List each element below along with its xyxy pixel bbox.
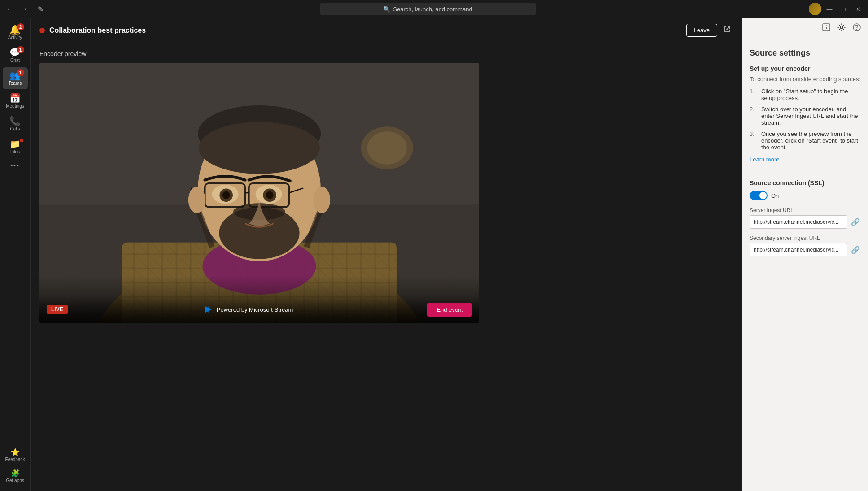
step-num-2: 2. xyxy=(750,106,758,126)
sidebar-item-feedback[interactable]: ⭐ Feedback xyxy=(3,445,28,465)
info-icon xyxy=(822,23,830,31)
ssl-toggle[interactable] xyxy=(750,191,768,200)
server-ingest-url-section: Server ingest URL 🔗 xyxy=(750,207,861,229)
panel-tab-info-button[interactable] xyxy=(820,22,832,35)
setup-title: Set up your encoder xyxy=(750,65,861,72)
server-ingest-url-copy-button[interactable]: 🔗 xyxy=(850,217,861,227)
getapps-icon: 🧩 xyxy=(11,470,20,477)
nav-back-button[interactable]: ← xyxy=(4,3,16,15)
server-ingest-url-label: Server ingest URL xyxy=(750,207,861,213)
leave-button[interactable]: Leave xyxy=(686,24,717,37)
app-body: 🔔 Activity 2 💬 Chat 1 👥 Teams 1 📅 Meetin… xyxy=(0,18,868,491)
step-num-3: 3. xyxy=(750,130,758,151)
panel-content: Source settings Set up your encoder To c… xyxy=(742,39,868,272)
close-button[interactable]: ✕ xyxy=(852,3,864,15)
encoder-preview-label: Encoder preview xyxy=(39,50,733,57)
sidebar-item-meetings[interactable]: 📅 Meetings xyxy=(3,90,28,112)
meetings-icon: 📅 xyxy=(9,94,21,103)
question-icon xyxy=(853,23,861,31)
video-section: Encoder preview xyxy=(31,43,742,491)
server-ingest-url-input[interactable] xyxy=(750,215,847,229)
avatar xyxy=(809,3,821,15)
svg-point-3 xyxy=(367,131,407,165)
secondary-server-url-input[interactable] xyxy=(750,243,847,256)
popout-button[interactable] xyxy=(721,23,733,38)
panel-tab-question-button[interactable] xyxy=(851,22,863,35)
sidebar-item-label-teams: Teams xyxy=(9,81,22,86)
svg-point-30 xyxy=(313,187,330,213)
meeting-header-actions: Leave xyxy=(686,23,733,38)
minimize-button[interactable]: — xyxy=(823,3,836,15)
secondary-server-url-row: 🔗 xyxy=(750,243,861,256)
panel-tab-row xyxy=(742,18,868,39)
svg-point-28 xyxy=(266,191,274,199)
secondary-server-url-copy-button[interactable]: 🔗 xyxy=(850,245,861,255)
title-bar-right: — □ ✕ xyxy=(809,3,864,15)
setup-step-3: 3. Once you see the preview from the enc… xyxy=(750,130,861,151)
files-dot xyxy=(20,139,23,142)
sidebar-item-more[interactable]: ••• xyxy=(3,159,28,172)
stream-logo-icon xyxy=(202,304,213,315)
end-event-button[interactable]: End event xyxy=(427,303,472,317)
step-text-3: Once you see the preview from the encode… xyxy=(761,130,861,151)
nav-buttons: ← → xyxy=(4,3,31,15)
sidebar-item-chat[interactable]: 💬 Chat 1 xyxy=(3,44,28,66)
sidebar-item-label-chat: Chat xyxy=(10,58,20,63)
sidebar-item-calls[interactable]: 📞 Calls xyxy=(3,113,28,135)
setup-steps: 1. Click on "Start setup" to begin the s… xyxy=(750,88,861,151)
sidebar-item-label-calls: Calls xyxy=(10,126,20,131)
sidebar-item-getapps[interactable]: 🧩 Get apps xyxy=(3,466,28,487)
sidebar-item-label-files: Files xyxy=(10,149,20,154)
meeting-title: Collaboration best practices xyxy=(49,26,146,35)
sidebar-item-label-getapps: Get apps xyxy=(6,478,24,483)
video-frame xyxy=(39,63,479,323)
svg-point-39 xyxy=(856,29,857,30)
sidebar: 🔔 Activity 2 💬 Chat 1 👥 Teams 1 📅 Meetin… xyxy=(0,18,31,491)
calls-icon: 📞 xyxy=(9,117,21,126)
stream-branding: Powered by Microsoft Stream xyxy=(202,304,293,315)
feedback-icon: ⭐ xyxy=(11,449,20,456)
right-panel: Source settings Set up your encoder To c… xyxy=(742,18,868,491)
search-placeholder: Search, launch, and command xyxy=(393,6,472,13)
server-ingest-url-row: 🔗 xyxy=(750,215,861,229)
toggle-thumb xyxy=(759,192,767,199)
setup-desc: To connect from outside encoding sources… xyxy=(750,76,861,83)
powered-by-label: Powered by Microsoft Stream xyxy=(217,306,293,313)
svg-point-27 xyxy=(222,191,230,199)
panel-tab-settings-button[interactable] xyxy=(836,22,847,35)
sidebar-item-files[interactable]: 📁 Files xyxy=(3,136,28,158)
sidebar-bottom: ⭐ Feedback 🧩 Get apps xyxy=(0,445,30,487)
meeting-header: Collaboration best practices Leave xyxy=(31,18,742,43)
live-badge: LIVE xyxy=(47,305,68,314)
secondary-server-url-label: Secondary server ingest URL xyxy=(750,235,861,241)
nav-forward-button[interactable]: → xyxy=(18,3,31,15)
secondary-server-url-section: Secondary server ingest URL 🔗 xyxy=(750,235,861,256)
setup-step-2: 2. Switch over to your encoder, and ente… xyxy=(750,106,861,126)
video-container: LIVE Powered by Microsoft Stream End eve… xyxy=(39,63,479,323)
sidebar-item-teams[interactable]: 👥 Teams 1 xyxy=(3,67,28,89)
learn-more-link[interactable]: Learn more xyxy=(750,156,861,163)
panel-title: Source settings xyxy=(750,48,861,58)
sidebar-item-label-meetings: Meetings xyxy=(6,104,24,109)
setup-step-1: 1. Click on "Start setup" to begin the s… xyxy=(750,88,861,101)
files-icon: 📁 xyxy=(9,139,21,148)
chat-badge: 1 xyxy=(17,46,24,53)
step-text-1: Click on "Start setup" to begin the setu… xyxy=(761,88,861,101)
edit-button[interactable]: ✎ xyxy=(34,3,47,15)
svg-point-29 xyxy=(188,187,205,213)
svg-point-37 xyxy=(840,26,843,29)
svg-marker-33 xyxy=(208,306,211,313)
sidebar-item-label-activity: Activity xyxy=(8,35,22,40)
sidebar-item-activity[interactable]: 🔔 Activity 2 xyxy=(3,22,28,43)
sidebar-item-label-feedback: Feedback xyxy=(5,457,25,462)
activity-badge: 2 xyxy=(17,23,24,30)
search-icon: 🔍 xyxy=(383,6,390,13)
title-bar-left: ← → ✎ xyxy=(4,3,47,15)
search-bar[interactable]: 🔍 Search, launch, and command xyxy=(320,3,536,15)
maximize-button[interactable]: □ xyxy=(837,3,850,15)
content-area: Collaboration best practices Leave Encod… xyxy=(31,18,742,491)
popout-icon xyxy=(723,25,732,34)
toggle-state-label: On xyxy=(771,192,779,199)
settings-icon xyxy=(837,23,846,31)
avatar-button[interactable] xyxy=(809,3,821,15)
